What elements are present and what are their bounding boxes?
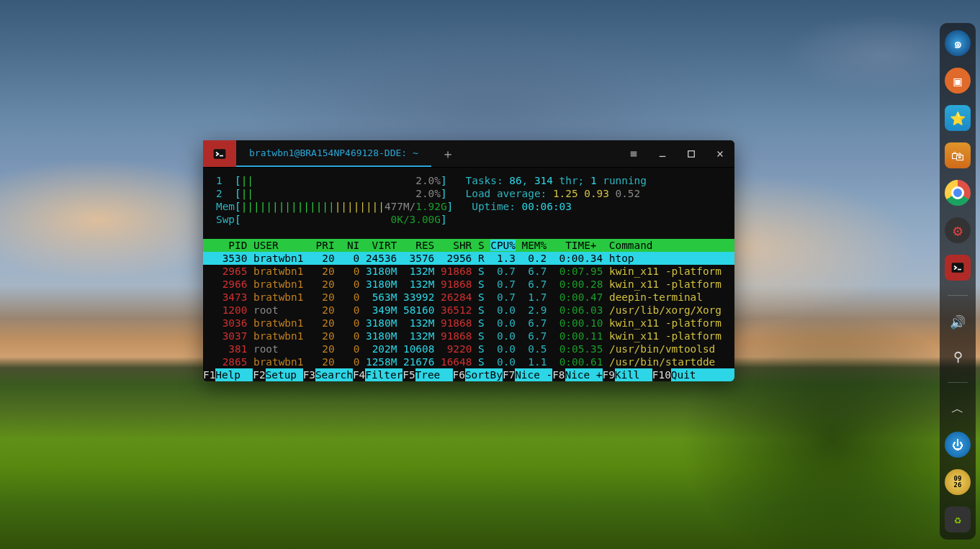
process-row[interactable]: 2965 bratwbn1 20 0 3180M 132M 91868 S 0.… bbox=[203, 265, 734, 278]
swap-meter: Swp[ 0K/3.00G] bbox=[203, 213, 734, 226]
process-row[interactable]: 3037 bratwbn1 20 0 3180M 132M 91868 S 0.… bbox=[203, 330, 734, 342]
fkey-F2[interactable]: F2 bbox=[253, 368, 265, 381]
process-row[interactable]: 2865 bratwbn1 20 0 1258M 21676 16648 S 0… bbox=[203, 355, 734, 368]
dock-expand-icon[interactable]: ︿ bbox=[946, 397, 969, 420]
process-row[interactable]: 1200 root 20 0 349M 58160 36512 S 0.0 2.… bbox=[203, 304, 734, 317]
fkey-label-F1[interactable]: Help bbox=[215, 368, 253, 381]
fkey-label-F2[interactable]: Setup bbox=[266, 368, 303, 381]
htop-footer[interactable]: F1Help F2Setup F3SearchF4FilterF5Tree F6… bbox=[203, 368, 734, 381]
fkey-label-F5[interactable]: Tree bbox=[415, 368, 453, 381]
volume-icon[interactable]: 🔊 bbox=[946, 310, 969, 333]
cpu-meter-1: 1 [|| 2.0%] Tasks: 86, 314 thr; 1 runnin… bbox=[203, 174, 734, 187]
deepin-terminal[interactable] bbox=[945, 255, 971, 281]
svg-rect-0 bbox=[214, 149, 226, 158]
fkey-label-F7[interactable]: Nice - bbox=[515, 368, 552, 381]
fkey-F1[interactable]: F1 bbox=[203, 368, 215, 381]
dock-separator bbox=[948, 295, 968, 296]
fkey-label-F4[interactable]: Filter bbox=[365, 368, 403, 381]
clock[interactable]: 0926 bbox=[945, 469, 971, 495]
app-store[interactable]: ⭐ bbox=[945, 105, 971, 131]
new-tab-button[interactable]: ＋ bbox=[431, 140, 464, 167]
software-center[interactable]: 🛍 bbox=[945, 142, 971, 168]
fkey-F10[interactable]: F10 bbox=[652, 368, 671, 381]
fkey-label-F9[interactable]: Kill bbox=[615, 368, 652, 381]
tab-title: bratwbn1@BRA154NP469128-DDE: ~ bbox=[249, 147, 418, 160]
dock-separator bbox=[948, 382, 968, 383]
process-row[interactable]: 3036 bratwbn1 20 0 3180M 132M 91868 S 0.… bbox=[203, 317, 734, 330]
process-row[interactable]: 2966 bratwbn1 20 0 3180M 132M 91868 S 0.… bbox=[203, 278, 734, 291]
dock-panel: ๑▣⭐🛍⚙🔊⚲︿⏻0926♻ bbox=[940, 23, 976, 540]
fkey-label-F8[interactable]: Nice + bbox=[565, 368, 603, 381]
terminal-app-icon bbox=[203, 140, 236, 167]
usb-icon[interactable]: ⚲ bbox=[946, 345, 969, 368]
settings[interactable]: ⚙ bbox=[945, 217, 971, 243]
google-chrome[interactable] bbox=[945, 180, 971, 206]
maximize-button[interactable] bbox=[677, 140, 706, 167]
close-button[interactable] bbox=[706, 140, 734, 167]
power-button[interactable]: ⏻ bbox=[945, 432, 971, 458]
cpu-meter-2: 2 [|| 2.0%] Load average: 1.25 0.93 0.52 bbox=[203, 187, 734, 200]
deepin-launcher[interactable]: ๑ bbox=[945, 30, 971, 56]
terminal-tab[interactable]: bratwbn1@BRA154NP469128-DDE: ~ bbox=[236, 140, 431, 167]
process-row[interactable]: 3473 bratwbn1 20 0 563M 33992 26284 S 0.… bbox=[203, 291, 734, 304]
terminal-window: bratwbn1@BRA154NP469128-DDE: ~ ＋ 1 [|| 2… bbox=[203, 140, 734, 381]
fkey-F6[interactable]: F6 bbox=[453, 368, 465, 381]
window-titlebar[interactable]: bratwbn1@BRA154NP469128-DDE: ~ ＋ bbox=[203, 140, 734, 168]
fkey-label-F10[interactable]: Quit bbox=[671, 368, 709, 381]
window-menu-button[interactable] bbox=[619, 140, 648, 167]
minimize-button[interactable] bbox=[648, 140, 677, 167]
multitasking-view[interactable]: ▣ bbox=[945, 68, 971, 94]
trash[interactable]: ♻ bbox=[945, 507, 971, 532]
svg-rect-2 bbox=[952, 263, 964, 272]
fkey-F7[interactable]: F7 bbox=[503, 368, 515, 381]
fkey-F3[interactable]: F3 bbox=[303, 368, 315, 381]
fkey-F9[interactable]: F9 bbox=[603, 368, 615, 381]
fkey-F8[interactable]: F8 bbox=[552, 368, 565, 381]
process-row[interactable]: 381 root 20 0 202M 10608 9220 S 0.0 0.5 … bbox=[203, 342, 734, 355]
mem-meter: Mem[|||||||||||||||||||||||477M/1.92G] U… bbox=[203, 200, 734, 213]
fkey-F5[interactable]: F5 bbox=[403, 368, 415, 381]
process-row[interactable]: 3530 bratwbn1 20 0 24536 3576 2956 R 1.3… bbox=[203, 252, 734, 265]
terminal-body[interactable]: 1 [|| 2.0%] Tasks: 86, 314 thr; 1 runnin… bbox=[203, 168, 734, 381]
svg-rect-1 bbox=[688, 150, 695, 157]
fkey-F4[interactable]: F4 bbox=[353, 368, 365, 381]
process-header[interactable]: PID USER PRI NI VIRT RES SHR S CPU% MEM%… bbox=[203, 239, 734, 252]
fkey-label-F3[interactable]: Search bbox=[315, 368, 353, 381]
fkey-label-F6[interactable]: SortBy bbox=[465, 368, 503, 381]
